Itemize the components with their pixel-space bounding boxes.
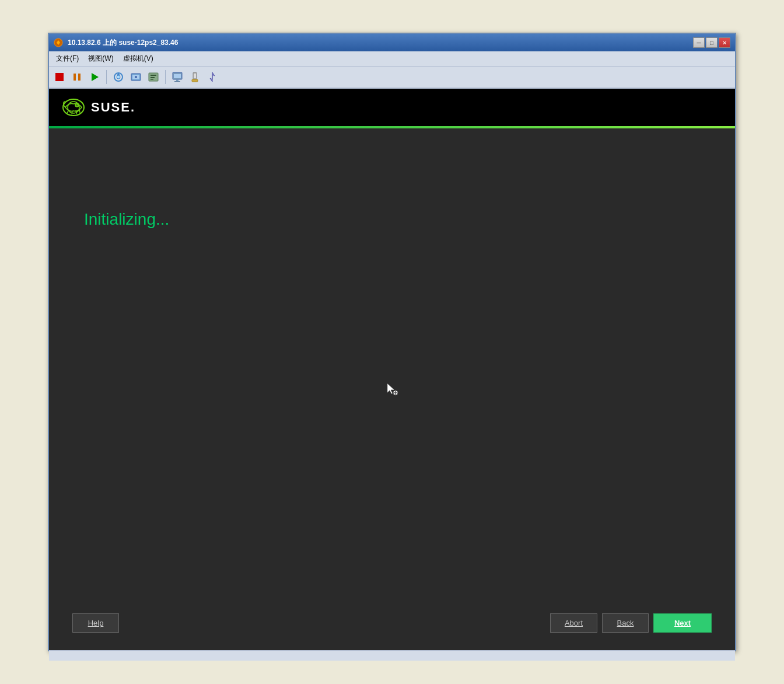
statusbar — [49, 650, 735, 661]
back-button[interactable]: Back — [602, 613, 649, 633]
window-title: 10.13.82.6 上的 suse-12ps2_83.46 — [68, 38, 688, 48]
svg-rect-19 — [192, 79, 198, 82]
minimize-button[interactable]: ─ — [693, 37, 705, 48]
svg-marker-4 — [92, 73, 99, 81]
suse-brand-text: SUSE. — [91, 100, 135, 115]
network-icon — [172, 71, 183, 83]
vm-logo-icon — [54, 38, 63, 47]
file-menu[interactable]: 文件(F) — [51, 53, 83, 65]
bottom-action-bar: Help Abort Back Next — [61, 608, 723, 638]
svg-rect-12 — [150, 77, 155, 78]
view-menu[interactable]: 视图(W) — [83, 53, 118, 65]
close-button[interactable]: ✕ — [719, 37, 730, 48]
extra-button[interactable] — [204, 69, 220, 85]
titlebar-icon — [54, 38, 63, 47]
pause-button[interactable] — [69, 69, 85, 85]
initializing-status: Initializing... — [84, 210, 723, 229]
play-button[interactable] — [86, 69, 103, 85]
navigation-buttons: Abort Back Next — [550, 613, 712, 633]
toolbar — [49, 67, 735, 89]
suse-header: SUSE. — [49, 89, 735, 126]
svg-point-9 — [135, 76, 137, 78]
refresh-button[interactable] — [110, 69, 127, 85]
svg-rect-11 — [150, 75, 156, 76]
svg-rect-15 — [174, 74, 181, 78]
vm-window: 10.13.82.6 上的 suse-12ps2_83.46 ─ □ ✕ 文件(… — [48, 33, 736, 651]
settings-icon — [148, 71, 159, 83]
suse-logo: SUSE. — [61, 95, 135, 120]
vm-display[interactable]: SUSE. Initializing... Help — [49, 89, 735, 650]
refresh-icon — [113, 71, 124, 83]
svg-rect-17 — [174, 81, 180, 82]
svg-point-6 — [117, 75, 120, 79]
svg-rect-1 — [55, 73, 64, 81]
svg-point-24 — [76, 104, 78, 106]
svg-line-27 — [76, 110, 76, 114]
svg-rect-16 — [176, 79, 178, 81]
pause-icon — [72, 72, 82, 82]
vm-menu[interactable]: 虚拟机(V) — [118, 53, 158, 65]
suse-chameleon-icon — [61, 95, 86, 120]
window-controls: ─ □ ✕ — [693, 37, 730, 48]
settings-button[interactable] — [145, 69, 162, 85]
toolbar-separator-2 — [165, 70, 166, 84]
abort-button[interactable]: Abort — [550, 613, 597, 633]
help-button[interactable]: Help — [72, 613, 119, 633]
next-button[interactable]: Next — [653, 613, 712, 633]
snapshot-button[interactable] — [128, 69, 144, 85]
cursor-indicator — [385, 382, 399, 396]
stop-icon — [54, 72, 65, 82]
menubar: 文件(F) 视图(W) 虚拟机(V) — [49, 51, 735, 67]
usb-button[interactable] — [187, 69, 203, 85]
titlebar: 10.13.82.6 上的 suse-12ps2_83.46 ─ □ ✕ — [49, 34, 735, 51]
svg-rect-3 — [78, 74, 80, 81]
svg-line-26 — [72, 111, 72, 114]
maximize-button[interactable]: □ — [706, 37, 718, 48]
main-content-area[interactable]: Initializing... Help Abort — [49, 128, 735, 650]
svg-rect-20 — [194, 74, 196, 78]
extra-icon — [206, 71, 218, 83]
network-button[interactable] — [169, 69, 186, 85]
svg-rect-13 — [150, 79, 153, 80]
snapshot-icon — [130, 71, 142, 83]
svg-rect-2 — [74, 74, 76, 81]
mouse-cursor-icon — [385, 382, 399, 396]
stop-button[interactable] — [51, 69, 68, 85]
svg-line-28 — [79, 109, 80, 113]
toolbar-separator-1 — [106, 70, 107, 84]
play-icon — [89, 72, 100, 82]
usb-icon — [189, 71, 201, 83]
